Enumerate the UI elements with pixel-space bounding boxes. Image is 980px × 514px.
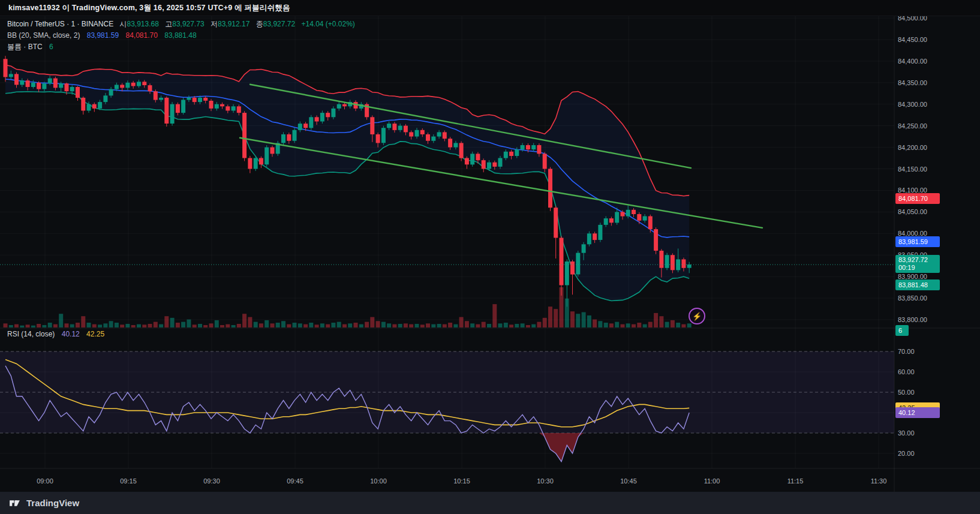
open-label: 시	[120, 20, 127, 28]
price-axis-label: 84,400.00	[898, 58, 927, 65]
volume-legend-row[interactable]: 볼륨 · BTC 6	[7, 41, 355, 53]
price-axis-label: 84,450.00	[898, 36, 927, 43]
time-axis-label: 09:15	[120, 477, 137, 485]
price-axis-label: 84,050.00	[898, 208, 927, 215]
price-axis-label: 83,800.00	[898, 316, 927, 323]
bb-lower-price-badge: 83,881.48	[895, 279, 940, 290]
close-value: 83,927.72	[263, 20, 295, 28]
flash-reaction-button[interactable]: ⚡	[689, 308, 705, 324]
time-axis-label: 10:45	[620, 477, 637, 485]
tradingview-logo-icon[interactable]	[8, 497, 21, 509]
rsi-axis-label: 70.00	[898, 348, 915, 355]
price-axis-label: 83,850.00	[898, 294, 927, 302]
rsi-axis-label: 50.00	[898, 389, 915, 396]
low-value: 83,912.17	[218, 20, 249, 28]
rsi-legend-row[interactable]: RSI (14, close) 40.12 42.25	[7, 330, 104, 338]
time-axis-label: 10:00	[370, 477, 387, 485]
low-label: 저	[211, 20, 218, 28]
time-axis-label: 10:15	[453, 477, 470, 485]
high-value: 83,927.73	[172, 20, 204, 28]
bb-basis-value: 83,981.59	[87, 31, 119, 40]
last-price-badge: 83,927.72 00:19	[895, 255, 940, 273]
price-axis-label: 84,250.00	[898, 122, 927, 130]
volume-title: 볼륨 · BTC	[7, 43, 43, 51]
price-axis-label: 84,150.00	[898, 166, 927, 173]
footer-bar: TradingView	[0, 492, 980, 514]
publish-text: kimsave11932 이 TradingView.com, 3월 16, 2…	[8, 3, 290, 13]
time-axis-label: 09:30	[203, 477, 220, 485]
rsi-ma-value: 42.25	[86, 330, 104, 338]
tradingview-brand-text[interactable]: TradingView	[26, 498, 79, 508]
symbol-title: Bitcoin / TetherUS · 1 · BINANCE	[7, 20, 113, 28]
volume-badge: 6	[895, 325, 909, 336]
close-label: 종	[256, 20, 263, 28]
time-axis-label: 10:30	[537, 477, 554, 485]
time-axis-label: 11:00	[704, 477, 720, 485]
chart-canvas[interactable]	[0, 0, 980, 492]
change-value: +14.04 (+0.02%)	[301, 20, 354, 28]
high-label: 고	[165, 20, 172, 28]
price-axis-label: 84,300.00	[898, 101, 927, 108]
rsi-title: RSI (14, close)	[7, 330, 55, 338]
time-axis-label: 09:00	[37, 477, 53, 485]
price-axis-label: 84,200.00	[898, 144, 927, 151]
volume-value: 6	[49, 43, 53, 51]
bb-upper-value: 84,081.70	[125, 31, 157, 40]
rsi-axis-label: 60.00	[898, 368, 915, 375]
rsi-axis-label: 30.00	[898, 429, 915, 437]
chart-legend: Bitcoin / TetherUS · 1 · BINANCE 시83,913…	[7, 19, 355, 53]
open-value: 83,913.68	[127, 20, 159, 28]
time-axis-label: 11:15	[787, 477, 804, 485]
bb-lower-value: 83,881.48	[164, 31, 196, 40]
rsi-value: 40.12	[62, 330, 80, 338]
time-axis-label: 09:45	[287, 477, 303, 485]
last-price-value: 83,927.72	[898, 256, 937, 264]
rsi-badge: 40.12	[895, 407, 940, 418]
bb-basis-price-badge: 83,981.59	[895, 236, 940, 247]
lightning-icon: ⚡	[692, 312, 702, 321]
bb-legend-row[interactable]: BB (20, SMA, close, 2) 83,981.59 84,081.…	[7, 30, 355, 41]
bar-countdown: 00:19	[898, 264, 937, 272]
bb-title: BB (20, SMA, close, 2)	[7, 31, 80, 40]
symbol-legend-row[interactable]: Bitcoin / TetherUS · 1 · BINANCE 시83,913…	[7, 19, 355, 30]
publish-header: kimsave11932 이 TradingView.com, 3월 16, 2…	[0, 0, 980, 16]
bb-upper-price-badge: 84,081.70	[895, 193, 940, 204]
price-axis-label: 84,350.00	[898, 79, 927, 86]
tradingview-published-chart: kimsave11932 이 TradingView.com, 3월 16, 2…	[0, 0, 980, 514]
rsi-axis-label: 20.00	[898, 450, 915, 457]
time-axis-label: 11:30	[871, 477, 887, 485]
